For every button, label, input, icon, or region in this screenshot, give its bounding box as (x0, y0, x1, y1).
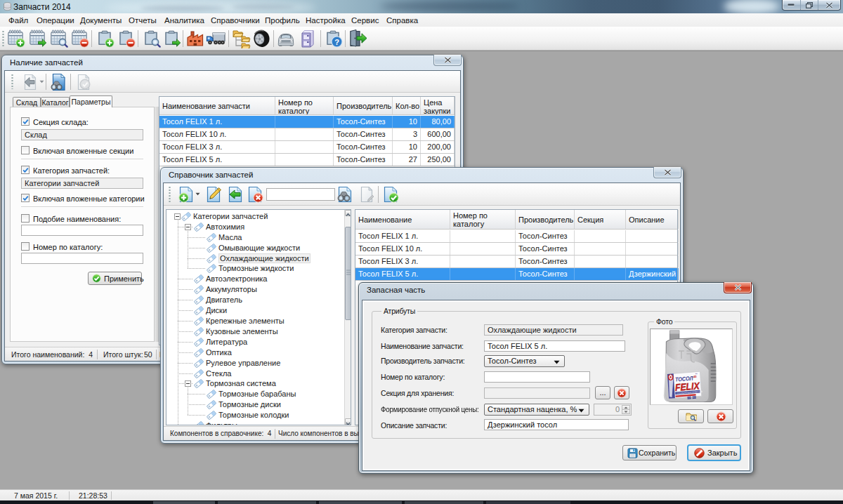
svg-text:?: ? (334, 38, 339, 46)
